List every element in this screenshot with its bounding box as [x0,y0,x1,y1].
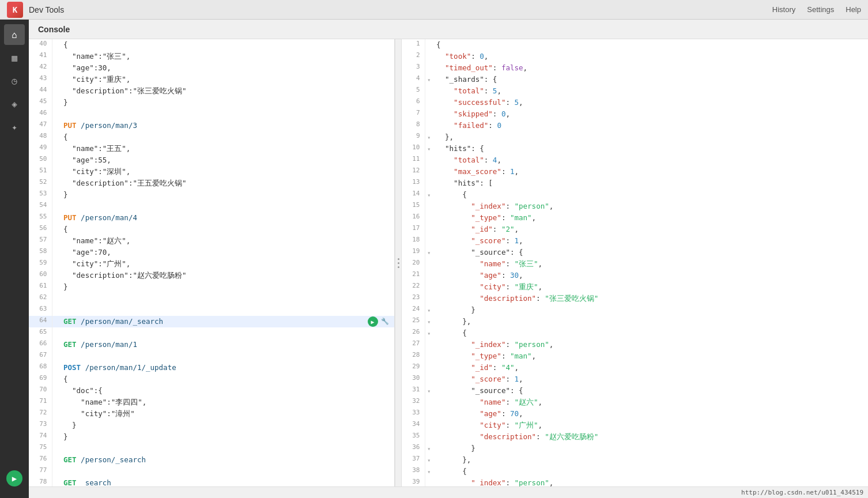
line-content: "failed": 0 [433,120,868,131]
wrench-button[interactable]: 🔧 [380,317,390,326]
collapse-arrow[interactable]: ▾ [425,385,433,397]
line-number: 2 [402,51,425,62]
collapse-arrow [425,420,433,431]
collapse-arrow[interactable]: ▾ [425,74,433,85]
line-content: { [433,39,868,51]
line-number: 10 [402,143,425,154]
collapse-arrow [425,224,433,235]
collapse-arrow [425,108,433,120]
nav-history[interactable]: History [772,5,795,14]
sidebar-icon-tools[interactable]: ✦ [4,116,25,137]
collapse-arrow[interactable]: ▾ [425,466,433,477]
line-content: } [433,304,868,316]
line-number: 7 [402,108,425,120]
line-number: 21 [402,270,425,281]
line-number: 37 [402,454,425,466]
line-content: { [60,131,394,143]
line-content: "_type": "man", [433,350,868,362]
right-code-area[interactable]: 1{2 "took": 0,3 "timed_out": false,4▾ "_… [402,39,868,486]
sidebar-icon-shield[interactable]: ◈ [4,93,25,114]
line-number: 25 [402,316,425,327]
line-content: "name": "张三", [433,258,868,270]
play-button[interactable]: ▶ [6,470,22,486]
collapse-arrow [425,154,433,166]
line-number: 59 [29,258,52,270]
line-content: "_score": 1, [433,373,868,385]
line-content: "_type": "man", [433,212,868,224]
line-content: { [433,327,868,339]
collapse-arrow[interactable]: ▾ [425,143,433,154]
collapse-arrow [425,85,433,97]
line-content: "hits": [ [433,178,868,189]
line-number: 51 [29,166,52,178]
line-number: 19 [402,247,425,258]
line-content: "name":"李四四", [60,397,394,408]
line-number: 44 [29,85,52,97]
line-number: 6 [402,97,425,108]
line-content: "total": 5, [433,85,868,97]
collapse-arrow[interactable]: ▾ [425,316,433,327]
line-number: 66 [29,339,52,350]
status-url: http://blog.csdn.net/u011_434519 [741,489,863,496]
line-content [60,466,394,477]
sidebar-icon-chart[interactable]: ▦ [4,47,25,68]
left-code-area[interactable]: 40{41 "name":"张三",42 "age":30,43 "city":… [29,39,394,486]
line-number: 55 [29,212,52,224]
line-run-toolbar[interactable]: ▶🔧 [368,316,390,327]
collapse-arrow [425,235,433,247]
line-number: 53 [29,189,52,201]
sidebar: ⌂ ▦ ◷ ◈ ✦ ⚙ [0,20,29,498]
collapse-arrow[interactable]: ▾ [425,443,433,454]
line-content: "_id": "2", [433,224,868,235]
collapse-arrow [425,178,433,189]
line-number: 36 [402,443,425,454]
collapse-arrow [425,270,433,281]
nav-help[interactable]: Help [846,5,861,14]
statusbar: http://blog.csdn.net/u011_434519 [29,486,868,498]
collapse-arrow[interactable]: ▾ [425,327,433,339]
line-number: 39 [402,477,425,486]
line-number: 28 [402,350,425,362]
line-number: 50 [29,154,52,166]
line-number: 4 [402,74,425,85]
sidebar-icon-clock[interactable]: ◷ [4,70,25,91]
left-pane: 40{41 "name":"张三",42 "age":30,43 "city":… [29,39,395,486]
line-number: 60 [29,270,52,281]
line-content: "age": 30, [433,270,868,281]
collapse-arrow[interactable]: ▾ [425,189,433,201]
line-content [60,108,394,120]
collapse-arrow[interactable]: ▾ [425,247,433,258]
collapse-arrow [425,477,433,486]
line-number: 47 [29,120,52,131]
line-number: 68 [29,362,52,373]
line-content: "_source": { [433,385,868,397]
collapse-arrow [425,212,433,224]
panes: 40{41 "name":"张三",42 "age":30,43 "city":… [29,39,868,486]
pane-splitter[interactable] [395,39,402,486]
collapse-arrow[interactable]: ▾ [425,454,433,466]
line-number: 72 [29,408,52,420]
line-number: 32 [402,397,425,408]
collapse-arrow[interactable]: ▾ [425,304,433,316]
line-content: "_score": 1, [433,235,868,247]
line-number: 49 [29,143,52,154]
sidebar-icon-home[interactable]: ⌂ [4,24,25,45]
collapse-arrow [425,339,433,350]
collapse-arrow[interactable]: ▾ [425,131,433,143]
line-content: } [60,281,394,293]
line-content: "skipped": 0, [433,108,868,120]
line-number: 74 [29,431,52,443]
nav-settings[interactable]: Settings [807,5,834,14]
line-number: 41 [29,51,52,62]
run-button[interactable]: ▶ [368,316,378,327]
line-content: } [433,443,868,454]
line-number: 9 [402,131,425,143]
line-number: 69 [29,373,52,385]
app-title: Dev Tools [29,5,64,14]
line-content: PUT /person/man/4 [60,212,394,224]
line-content [60,304,394,316]
line-number: 54 [29,201,52,212]
line-content: "age":55, [60,154,394,166]
line-content: } [60,431,394,443]
line-number: 23 [402,293,425,304]
